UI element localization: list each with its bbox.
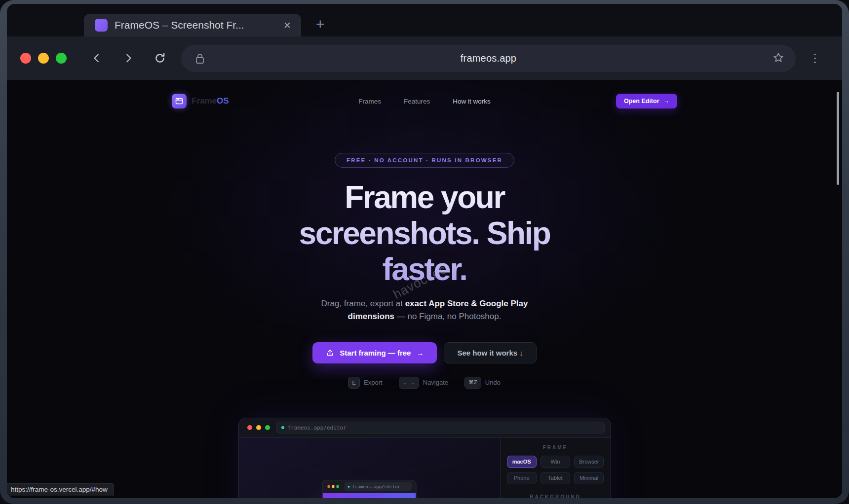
close-dot [247,425,252,430]
frame-option-phone: Phone [507,472,537,484]
minimize-window-button[interactable] [38,53,49,64]
upload-icon [326,349,334,357]
mock-page-hero [323,493,416,498]
nav-link-features[interactable]: Features [404,98,430,105]
editor-preview-window: frameos.app/editor [238,418,611,498]
url-text: frameos.app [461,53,516,64]
close-window-button[interactable] [20,53,31,64]
status-dot [348,486,350,488]
editor-side-panel: FRAME macOS Win Browser Phone Tablet Min… [500,438,611,498]
keycap: ⌘Z [465,377,481,388]
reload-button[interactable] [152,50,168,67]
maximize-window-button[interactable] [56,53,67,64]
open-editor-button[interactable]: Open Editor → [616,94,677,108]
lock-icon [194,52,206,65]
hero-subtitle: Drag, frame, export at exact App Store &… [309,297,540,324]
browser-toolbar: frameos.app ⋮ [7,36,842,80]
hero-badge: FREE · NO ACCOUNT · RUNS IN BROWSER [335,153,514,168]
tab-favicon [95,19,108,32]
shortcut-label: Navigate [423,379,448,386]
browser-window: FrameOS – Screenshot Fr... ✕ + [7,4,842,498]
chevron-left-icon [91,53,102,64]
traffic-lights [328,485,339,488]
frame-section-label: FRAME [507,445,604,450]
editor-canvas: frameos.app/editor [239,438,500,498]
arrow-right-icon: → [663,98,670,105]
keycap: E [348,377,359,388]
site-logo[interactable]: FrameOS [172,94,229,108]
editor-preview-titlebar: frameos.app/editor [239,418,611,438]
keycap: ← → [399,377,419,388]
frame-option-win: Win [540,456,570,468]
url-bar[interactable]: frameos.app [181,45,796,72]
editor-url-text: frameos.app/editor [288,425,347,431]
shortcut-navigate: ← → Navigate [399,377,448,388]
page-content: FrameOS Frames Features How it works Ope… [7,80,842,498]
new-tab-button[interactable]: + [316,17,325,32]
status-dot [281,426,284,429]
shortcut-export: E Export [348,377,383,388]
scrollbar[interactable] [837,92,839,185]
start-framing-label: Start framing — free [340,349,411,357]
status-bar-link: https://frame-os.vercel.app/#how [7,483,114,496]
reload-icon [154,52,166,65]
shortcut-label: Export [364,379,383,386]
bookmark-star-icon[interactable] [772,51,785,64]
frameos-logo-icon [172,94,187,108]
mock-url-bar: frameos.app/editor [345,482,412,491]
frame-option-macos: macOS [507,456,537,468]
maximize-dot [265,425,270,430]
see-how-it-works-button[interactable]: See how it works ↓ [444,342,536,363]
browser-menu-button[interactable]: ⋮ [803,46,827,71]
site-title: FrameOS [192,96,229,106]
shortcut-label: Undo [485,379,501,386]
hero-section: FREE · NO ACCOUNT · RUNS IN BROWSER havo… [172,111,677,498]
tab-bar: FrameOS – Screenshot Fr... ✕ + [7,4,842,36]
keyboard-shortcuts: E Export ← → Navigate ⌘Z Undo [172,377,677,388]
frame-options: macOS Win Browser Phone Tablet Minimal [507,456,604,484]
start-framing-button[interactable]: Start framing — free → [312,342,437,363]
shortcut-undo: ⌘Z Undo [465,377,501,388]
chevron-right-icon [123,53,134,64]
site-nav: Frames Features How it works [358,98,491,105]
frame-option-tablet: Tablet [540,472,570,484]
nav-link-frames[interactable]: Frames [358,98,381,105]
traffic-lights [247,425,270,430]
window-frame: FrameOS – Screenshot Fr... ✕ + [0,0,849,504]
back-button[interactable] [88,50,105,67]
tab-title: FrameOS – Screenshot Fr... [115,19,274,31]
hero-heading: Frame your screenshots. Ship faster. [172,180,677,288]
tab-close-button[interactable]: ✕ [281,19,293,32]
frame-option-browser: Browser [574,456,604,468]
open-editor-label: Open Editor [624,98,659,105]
site-header: FrameOS Frames Features How it works Ope… [172,80,677,111]
frame-option-minimal: Minimal [574,472,604,484]
browser-tab[interactable]: FrameOS – Screenshot Fr... ✕ [84,14,301,36]
forward-button[interactable] [120,50,137,67]
arrow-right-icon: → [416,349,424,357]
nav-link-how-it-works[interactable]: How it works [453,98,491,105]
traffic-lights [20,53,67,64]
framed-screenshot-mock: frameos.app/editor [322,480,417,498]
mock-url-text: frameos.app/editor [352,484,401,489]
minimize-dot [256,425,261,430]
editor-url-bar: frameos.app/editor [276,422,605,433]
background-section-label: BACKGROUND [507,494,604,498]
